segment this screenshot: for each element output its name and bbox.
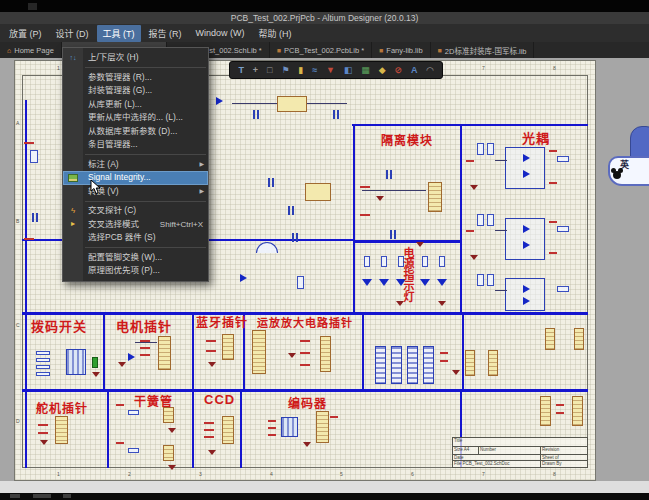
text-tool-icon[interactable]: A (411, 65, 418, 75)
lib-icon: ■ (379, 47, 383, 54)
tools-menu-item-15[interactable]: 选择PCB 器件 (S) (63, 231, 208, 245)
component-dio (523, 170, 530, 178)
net-label-tool-icon[interactable]: ◆ (379, 65, 386, 75)
tools-menu-item-9[interactable]: 标注 (A)▶ (63, 158, 208, 172)
component-ic (277, 96, 307, 112)
section-label-opamp-circuit-header: 运放放大电路插针 (257, 314, 353, 330)
menubar-item-2[interactable]: 工具 (T) (97, 25, 141, 42)
status-mark (63, 494, 71, 498)
section-label-encoder: 编码器 (288, 394, 327, 411)
tools-menu-item-18[interactable]: 原理图优先项 (P)... (63, 264, 208, 278)
menu-item-label: 从数据库更新参数 (D)... (88, 126, 177, 136)
tools-menu-item-4[interactable]: 从库更新 (L)... (63, 98, 208, 112)
component-pin (268, 434, 276, 436)
component-pin (24, 142, 34, 144)
component-gnd (208, 362, 216, 367)
menubar-item-5[interactable]: 帮助 (H) (253, 25, 298, 42)
tools-menu-item-11[interactable]: 转换 (V)▶ (63, 185, 208, 199)
ime-language-badge[interactable]: 英 (608, 150, 649, 192)
component-pin (268, 420, 276, 422)
component-pin (466, 160, 474, 162)
tab-label: PCB_Test_002.PcbLib * (284, 46, 364, 55)
no-erc-tool-icon[interactable]: ⊘ (395, 65, 403, 75)
sheet-symbol-tool-icon[interactable]: ⚑ (281, 65, 289, 75)
component-pin (300, 364, 310, 366)
tools-menu-item-7[interactable]: 条目管理器... (63, 138, 208, 152)
updown-hierarchy-icon: ↑↓ (66, 53, 80, 63)
section-label-optocoupler: 光耦 (522, 128, 550, 147)
menubar-item-4[interactable]: Window (W) (190, 26, 251, 40)
tools-menu-item-0[interactable]: ↑↓上/下层次 (H) (63, 51, 208, 65)
section-label-motor-header: 电机插针 (116, 316, 172, 335)
status-mark (33, 494, 51, 498)
wire-tool-icon[interactable]: ≈ (312, 65, 317, 75)
menubar-item-3[interactable]: 报告 (R) (143, 25, 188, 42)
menubar-item-0[interactable]: 放置 (P) (3, 25, 48, 42)
component-led (379, 279, 389, 286)
tab-5[interactable]: ■2D标准封装库-国军标.lib (431, 42, 535, 58)
tools-menu-item-5[interactable]: 更新从库中选择的... (L)... (63, 111, 208, 125)
port-tool-icon[interactable]: ◧ (344, 65, 353, 75)
component-stripe (407, 346, 418, 384)
component-cap (288, 206, 294, 215)
component-conn (320, 336, 331, 372)
arc-tool-icon[interactable]: ◠ (426, 65, 433, 75)
component-gnd (438, 301, 446, 306)
menu-item-shortcut: Shift+Ctrl+X (160, 218, 203, 232)
menu-item-label: 从库更新 (L)... (88, 99, 142, 109)
app-mini-icon (28, 3, 37, 10)
title-block-number: Number (479, 447, 541, 455)
tools-menu-item-10[interactable]: Signal Integrity... (63, 171, 208, 185)
image-tool-icon[interactable]: ▦ (361, 65, 370, 75)
component-pin (116, 404, 124, 406)
section-divider-line (362, 315, 364, 390)
component-pin (556, 412, 564, 414)
component-res (128, 410, 139, 415)
tools-menu-item-3[interactable]: 封装管理器 (G)... (63, 84, 208, 98)
tab-3[interactable]: ■PCB_Test_002.PcbLib * (270, 42, 372, 58)
component-gnd (470, 185, 478, 190)
zone-number: 2 (128, 471, 131, 477)
component-gnd (470, 255, 478, 260)
component-res (487, 274, 494, 286)
zone-number: 5 (340, 471, 343, 477)
component-gnd (92, 372, 100, 377)
menu-item-label: 参数管理器 (R)... (88, 72, 152, 82)
component-cap (333, 110, 339, 119)
top-black-strip (0, 0, 649, 12)
zone-number: 7 (482, 65, 485, 71)
move-tool-icon[interactable]: + (253, 65, 258, 75)
component-gnd (416, 242, 424, 247)
component-wire (232, 103, 277, 104)
component-conn (540, 396, 551, 426)
tools-menu-item-2[interactable]: 参数管理器 (R)... (63, 71, 208, 85)
component-pin (330, 416, 338, 418)
power-port-tool-icon[interactable]: ▼ (326, 65, 335, 75)
section-label-power-indicator-led: 电源指示灯 (400, 247, 416, 302)
component-res (557, 286, 569, 292)
section-divider-line (192, 315, 194, 390)
section-divider-line (25, 100, 27, 468)
tab-4[interactable]: ■Fany-lib.lib (372, 42, 431, 58)
menu-item-label: 封装管理器 (G)... (88, 85, 152, 95)
part-tool-icon[interactable]: ▮ (298, 65, 303, 75)
component-pin (204, 436, 214, 438)
component-pin (204, 429, 214, 431)
status-bar (0, 493, 649, 500)
component-pin (466, 230, 474, 232)
tools-menu-item-14[interactable]: ▸交叉选择模式Shift+Ctrl+X (63, 218, 208, 232)
tab-label: 2D标准封装库-国军标.lib (445, 45, 527, 56)
menu-separator (85, 247, 206, 248)
status-mark (10, 494, 20, 498)
rectangle-tool-icon[interactable]: □ (267, 65, 272, 75)
tools-menu-item-17[interactable]: 配置管脚交换 (W)... (63, 251, 208, 265)
tools-menu-item-6[interactable]: 从数据库更新参数 (D)... (63, 125, 208, 139)
cursor-tool-icon[interactable]: T (238, 65, 244, 75)
tab-0[interactable]: ⌂Home Page (0, 42, 62, 58)
component-dip (66, 349, 86, 375)
section-label-ccd: CCD (204, 392, 235, 407)
tools-menu-item-13[interactable]: ϟ交叉探针 (C) (63, 204, 208, 218)
menu-separator (85, 67, 206, 68)
menubar-item-1[interactable]: 设计 (D) (50, 25, 95, 42)
component-conn (163, 445, 174, 461)
